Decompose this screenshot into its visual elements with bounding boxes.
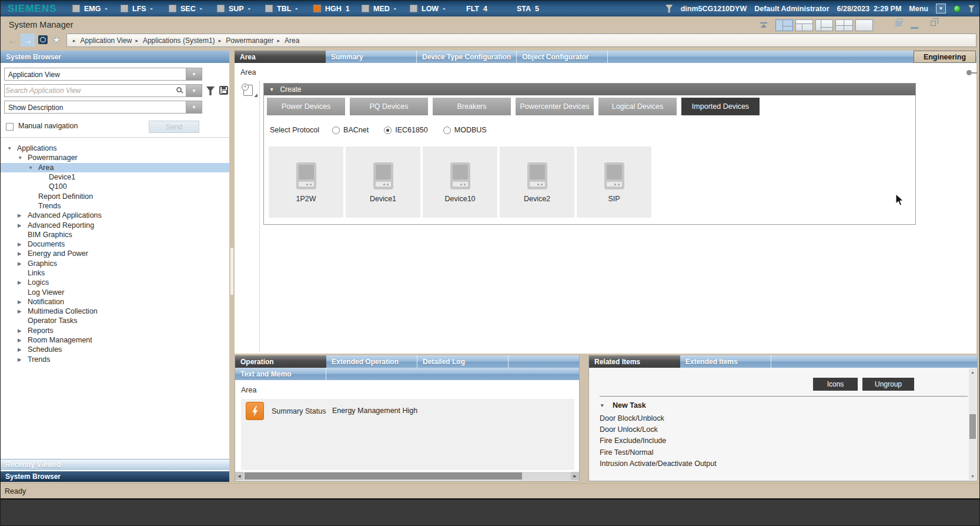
primary-tab[interactable]: Object Configurator bbox=[517, 51, 608, 63]
layout-button-4[interactable] bbox=[835, 19, 853, 31]
tree-expand-icon[interactable]: ▼ bbox=[16, 155, 28, 161]
back-button[interactable]: ← bbox=[5, 34, 19, 46]
device-tile[interactable]: Device2 bbox=[500, 147, 574, 218]
tree-item[interactable]: BIM Graphics bbox=[1, 230, 229, 239]
menu-label[interactable]: Menu bbox=[909, 5, 928, 13]
vertical-scrollbar[interactable]: ▲ ▼ bbox=[969, 368, 976, 480]
device-tile[interactable]: Device1 bbox=[346, 147, 420, 218]
operation-tab[interactable]: Detailed Log bbox=[417, 355, 509, 368]
filter-icon[interactable] bbox=[665, 5, 673, 13]
device-category-button[interactable]: Powercenter Devices bbox=[516, 98, 594, 115]
tree-item[interactable]: Operator Tasks bbox=[1, 316, 229, 325]
tree-expand-icon[interactable]: ▼ bbox=[600, 402, 613, 408]
filter-small-icon[interactable] bbox=[968, 5, 975, 12]
minimize-button[interactable] bbox=[911, 27, 918, 29]
event-category-button[interactable]: TBL - bbox=[265, 5, 313, 13]
event-category-button[interactable]: LFS - bbox=[121, 5, 169, 13]
task-item[interactable]: Fire Test/Normal bbox=[600, 447, 965, 458]
icons-button[interactable]: Icons bbox=[813, 378, 858, 391]
tree-expand-icon[interactable]: ▶ bbox=[16, 251, 28, 257]
event-category-button[interactable]: EMG - bbox=[72, 5, 121, 13]
radio-icon[interactable] bbox=[443, 126, 451, 134]
send-button[interactable]: Send bbox=[149, 121, 199, 133]
device-category-button[interactable]: Breakers bbox=[433, 98, 511, 115]
lock-icon[interactable] bbox=[895, 21, 902, 26]
operation-tab[interactable]: Operation bbox=[235, 355, 326, 368]
tree-item[interactable]: Links bbox=[1, 268, 229, 278]
related-tab[interactable]: Related Items bbox=[589, 355, 680, 368]
device-tile[interactable]: Device10 bbox=[423, 147, 497, 218]
tree-item[interactable]: Q100 bbox=[1, 182, 229, 191]
device-tile[interactable]: SIP bbox=[577, 147, 651, 218]
layout-button-2[interactable] bbox=[795, 19, 813, 31]
new-object-menu-icon[interactable] bbox=[254, 94, 257, 97]
event-category-button[interactable]: SEC - bbox=[169, 5, 217, 13]
device-category-button[interactable]: Logical Devices bbox=[598, 98, 677, 115]
operation-tab[interactable]: Extended Operation bbox=[326, 355, 417, 368]
tree-item[interactable]: ▶ Advanced Reporting bbox=[1, 220, 229, 229]
layout-button-3[interactable] bbox=[815, 19, 833, 31]
task-item[interactable]: Fire Exclude/Include bbox=[600, 435, 965, 447]
tree-expand-icon[interactable]: ▼ bbox=[27, 165, 38, 171]
new-object-icon[interactable] bbox=[243, 85, 253, 96]
history-icon[interactable] bbox=[38, 35, 48, 44]
search-icon[interactable] bbox=[176, 87, 182, 92]
chevron-down-icon[interactable]: ▼ bbox=[186, 85, 202, 96]
tree-expand-icon[interactable]: ▶ bbox=[16, 241, 28, 247]
scrollbar-thumb[interactable] bbox=[245, 472, 522, 480]
save-icon[interactable] bbox=[219, 86, 228, 95]
create-header[interactable]: ▼ Create bbox=[264, 84, 915, 95]
tree-expand-icon[interactable]: ▶ bbox=[16, 279, 28, 285]
chevron-down-icon[interactable]: ▼ bbox=[186, 101, 202, 113]
system-browser-bar[interactable]: System Browser bbox=[1, 471, 229, 482]
tree-item[interactable]: Report Definition bbox=[1, 191, 229, 201]
tree-item[interactable]: ▶ Advanced Applications bbox=[1, 211, 229, 220]
primary-tab[interactable]: Summary bbox=[326, 51, 417, 63]
protocol-option[interactable]: BACnet bbox=[332, 126, 369, 134]
tree-expand-icon[interactable]: ▶ bbox=[16, 337, 28, 343]
collapse-panel-icon[interactable] bbox=[759, 22, 768, 28]
protocol-option[interactable]: MODBUS bbox=[443, 126, 487, 134]
restore-button[interactable] bbox=[931, 21, 936, 26]
engineering-mode-button[interactable]: Engineering bbox=[914, 51, 976, 63]
task-group-header[interactable]: ▼ New Task bbox=[600, 401, 646, 410]
tree-item[interactable]: ▼ Powermanager bbox=[1, 153, 229, 162]
pin-icon[interactable] bbox=[966, 70, 972, 75]
tree-expand-icon[interactable]: ▶ bbox=[16, 222, 28, 228]
event-category-button[interactable]: SUP - bbox=[217, 5, 265, 13]
device-tile[interactable]: 1P2W bbox=[269, 147, 343, 218]
forward-button[interactable]: → bbox=[21, 34, 35, 46]
tree-item[interactable]: ▶ Schedules bbox=[1, 345, 229, 354]
breadcrumb-item[interactable]: Area bbox=[277, 36, 300, 45]
tree-expand-icon[interactable]: ▶ bbox=[16, 261, 28, 267]
description-selector[interactable]: Show Description ▼ bbox=[4, 101, 202, 114]
search-input[interactable] bbox=[5, 85, 170, 96]
filter-icon[interactable] bbox=[206, 86, 215, 95]
memo-tab[interactable]: Text and Memo bbox=[235, 368, 326, 380]
event-category-button[interactable]: HGH 1 bbox=[313, 5, 362, 13]
view-selector[interactable]: Application View ▼ bbox=[4, 68, 202, 81]
layout-button-1[interactable] bbox=[775, 19, 793, 31]
task-item[interactable]: Door Block/Unblock bbox=[600, 412, 965, 424]
recently-viewed-bar[interactable]: Recently Viewed bbox=[1, 459, 229, 470]
event-category-button[interactable]: LOW - bbox=[410, 5, 458, 13]
radio-icon[interactable] bbox=[384, 126, 392, 134]
tree-expand-icon[interactable]: ▼ bbox=[6, 145, 17, 151]
tree-expand-icon[interactable]: ▶ bbox=[16, 357, 28, 362]
tree-expand-icon[interactable]: ▶ bbox=[16, 212, 28, 218]
tree-item[interactable]: ▶ Documents bbox=[1, 239, 229, 249]
collapse-icon[interactable]: ▼ bbox=[269, 86, 274, 92]
tree-item[interactable]: ▼ Applications bbox=[1, 144, 229, 153]
favorites-icon[interactable]: ★ bbox=[52, 34, 61, 45]
breadcrumb-item[interactable]: Powermanager bbox=[219, 36, 274, 45]
breadcrumb-item[interactable]: Application View bbox=[73, 36, 132, 45]
chevron-down-icon[interactable]: ▼ bbox=[186, 68, 202, 80]
tree-expand-icon[interactable]: ▶ bbox=[16, 347, 28, 352]
tree-item[interactable]: ▶ Reports bbox=[1, 326, 229, 335]
horizontal-scrollbar[interactable]: ◄ ► bbox=[235, 472, 579, 480]
tree-item[interactable]: ▼ Area bbox=[1, 163, 229, 172]
tree-expand-icon[interactable]: ▶ bbox=[16, 328, 28, 334]
primary-tab[interactable]: Area bbox=[235, 51, 326, 63]
event-counter-button[interactable]: FLT 4 bbox=[466, 5, 517, 13]
task-item[interactable]: Intrusion Activate/Deactivate Output bbox=[600, 458, 965, 470]
